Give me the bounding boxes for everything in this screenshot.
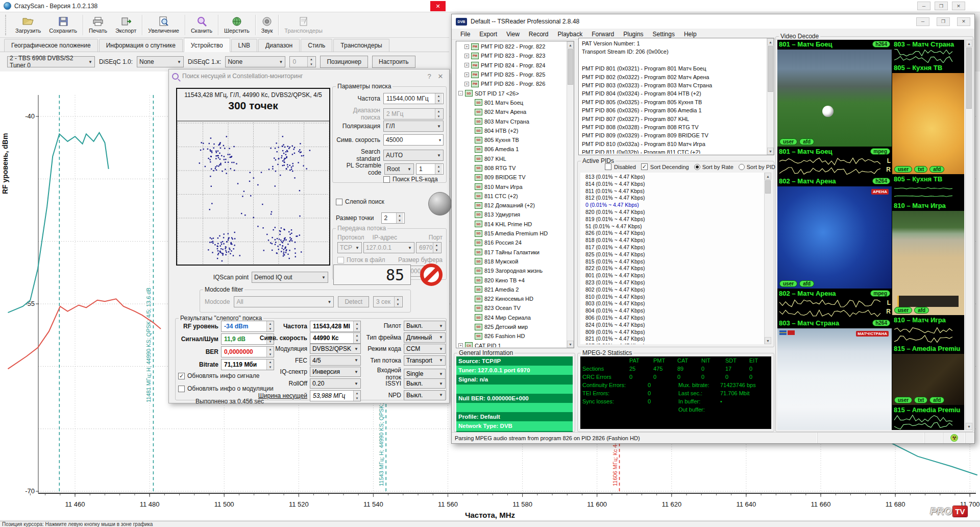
stop-icon[interactable] xyxy=(420,264,443,286)
tsreader-titlebar[interactable]: DVB Default -- TSReader Professional 2.8… xyxy=(452,14,974,29)
tree-item[interactable]: SD802 Матч Арена xyxy=(457,107,566,116)
result-value-select[interactable]: Длинный▼ xyxy=(404,332,446,343)
menu-export[interactable]: Export xyxy=(475,30,502,39)
tree-item[interactable]: SD825 Детский мир xyxy=(457,322,566,331)
pat-scrollbar[interactable]: ▲▼ xyxy=(767,38,774,155)
menu-forward[interactable]: Forward xyxy=(587,30,619,39)
result-value-select[interactable]: 4/5▼ xyxy=(310,355,361,366)
expand-icon[interactable]: + xyxy=(464,82,469,86)
video-tile[interactable]: 810 – Матч Играuserafd xyxy=(892,201,964,316)
tree-item[interactable]: SD808 RTG TV xyxy=(457,163,566,173)
position-stepper[interactable]: 0▲▼ xyxy=(289,56,316,67)
tree-item[interactable]: +PMPMT PID 824 - Progr. 824 xyxy=(457,61,566,70)
menu-playback[interactable]: Playback xyxy=(553,30,587,39)
up[interactable]: ▲ xyxy=(435,164,442,169)
port-stepper[interactable]: 6970▲▼ xyxy=(416,242,442,253)
toolbar-button-export[interactable]: Экспорт xyxy=(111,13,140,37)
result-value-select[interactable]: Выкл.▼ xyxy=(404,390,446,400)
pid-entry[interactable]: 814 (0.01% ~ 4.47 Kbps) xyxy=(580,181,763,188)
tree-item[interactable]: SD806 Amedia 1 xyxy=(457,145,566,154)
pid-entry[interactable]: 825 (0.01% ~ 4.47 Kbps) xyxy=(580,251,763,258)
constellation-dialog-titlebar[interactable]: Поиск несущей и Constellation-мониторинг… xyxy=(169,69,449,83)
pid-entry[interactable]: 804 (0.01% ~ 4.47 Kbps) xyxy=(580,307,763,315)
result-value-select[interactable]: Выкл.▼ xyxy=(404,378,446,389)
result-value-select[interactable]: 0.20▼ xyxy=(310,378,361,389)
video-tile[interactable]: 805 – Кухня ТВusertxtafd xyxy=(892,63,964,175)
menu-file[interactable]: File xyxy=(456,30,475,39)
tree-item[interactable]: SD811 СТС (+2) xyxy=(457,191,566,201)
expand-icon[interactable]: + xyxy=(464,44,469,49)
result-value-select[interactable]: Transport▼ xyxy=(404,355,446,366)
audio-tile[interactable]: 802 – Матч АренаmpegLR xyxy=(777,289,892,319)
dn[interactable]: ▼ xyxy=(354,338,360,343)
polarization-select[interactable]: Г/Л▼ xyxy=(383,121,444,132)
toolbar-drag-handle[interactable] xyxy=(5,15,7,35)
pid-entry[interactable]: 824 (0.01% ~ 4.47 Kbps) xyxy=(580,322,763,329)
pid-entry[interactable]: 820 (0.01% ~ 4.47 Kbps) xyxy=(580,209,763,216)
menu-plugins[interactable]: Plugins xyxy=(619,30,648,39)
diseqc1x-select[interactable]: None▼ xyxy=(225,56,285,67)
pid-entry[interactable]: 812 (0.01% ~ 4.47 Kbps) xyxy=(580,195,763,202)
result-value-stepper[interactable]: 11543,428 МІ▲▼ xyxy=(310,321,361,332)
pid-entry[interactable]: 815 (0.01% ~ 4.47 Kbps) xyxy=(580,258,763,266)
tree-item[interactable]: SD810 Матч Игра xyxy=(457,182,566,191)
modcode-select[interactable]: All▼ xyxy=(234,296,334,307)
spin-arrows[interactable]: ▲▼ xyxy=(353,391,360,401)
pid-entry[interactable]: 802 (0.01% ~ 4.47 Kbps) xyxy=(580,286,763,294)
configure-button[interactable]: Настроить xyxy=(372,56,415,68)
tree-item[interactable]: +CACAT PID 1 xyxy=(457,341,566,348)
pid-tree-panel[interactable]: +PMPMT PID 822 - Progr. 822+PMPMT PID 82… xyxy=(456,41,574,348)
video-tile[interactable]: 801 – Матч Боецh264userafd xyxy=(777,40,892,147)
toolbar-button-printer[interactable]: Печать xyxy=(85,13,111,37)
tuner-select[interactable]: 2 - TBS 6908 DVBS/S2 Tuner 0▼ xyxy=(7,56,95,67)
tree-item[interactable]: SD813 Удмуртия xyxy=(457,210,566,219)
pid-entry[interactable]: 807 (0.01% ~ 4.47 Kbps) xyxy=(580,343,763,344)
dialog-help-button[interactable]: ? xyxy=(424,73,435,80)
pid-entry[interactable]: 822 (0.01% ~ 4.47 Kbps) xyxy=(580,265,763,272)
expand-icon[interactable]: + xyxy=(464,73,469,77)
up[interactable]: ▲ xyxy=(354,391,360,396)
menu-record[interactable]: Record xyxy=(524,30,553,39)
pid-entry[interactable]: 817 (0.01% ~ 4.47 Kbps) xyxy=(580,244,763,251)
tree-item[interactable]: SD826 Fashion HD xyxy=(457,331,566,341)
spin-arrows[interactable]: ▲▼ xyxy=(353,321,360,331)
pls-search-checkbox[interactable] xyxy=(383,176,390,183)
up[interactable]: ▲ xyxy=(435,93,442,99)
frequency-stepper[interactable]: 11544,000 МГц▲▼ xyxy=(383,93,444,104)
dn[interactable]: ▼ xyxy=(354,396,360,401)
pid-entry[interactable]: 809 (0.01% ~ 4.47 Kbps) xyxy=(580,329,763,336)
pl-scramble-value-stepper[interactable]: 1▲▼ xyxy=(416,163,444,175)
pid-entry[interactable]: 818 (0.01% ~ 4.47 Kbps) xyxy=(580,237,763,244)
protocol-select[interactable]: TCP▼ xyxy=(337,242,362,253)
result-value-stepper[interactable]: 53,988 МГц▲▼ xyxy=(310,390,361,401)
spin-arrows[interactable]: ▲▼ xyxy=(435,164,442,174)
maximize-button[interactable]: ❐ xyxy=(935,2,948,10)
dn[interactable]: ▼ xyxy=(354,326,360,331)
menu-view[interactable]: View xyxy=(502,30,524,39)
tsreader-close-button[interactable]: ✕ xyxy=(957,17,970,26)
pat-info-panel[interactable]: PAT Version Number: 1Transport Stream ID… xyxy=(578,38,774,155)
pid-entry[interactable]: 823 (0.01% ~ 4.47 Kbps) xyxy=(580,279,763,286)
pl-scramble-mode-select[interactable]: Root▼ xyxy=(384,163,414,175)
tree-item[interactable]: +PMPMT PID 825 - Progr. 825 xyxy=(457,70,566,79)
minimize-button[interactable]: ─ xyxy=(917,2,930,10)
tree-item[interactable]: SD807 KHL xyxy=(457,154,566,163)
dn[interactable]: ▼ xyxy=(435,99,442,104)
update-modulation-info-checkbox[interactable] xyxy=(178,386,185,392)
tree-item[interactable]: +PMPMT PID 823 - Progr. 823 xyxy=(457,51,566,60)
tree-item[interactable]: SD814 KHL Prime HD xyxy=(457,220,566,229)
blind-search-checkbox[interactable] xyxy=(336,199,342,205)
tree-item[interactable]: SD821 Amedia 2 xyxy=(457,285,566,294)
pid-entry[interactable]: 811 (0.01% ~ 4.47 Kbps) xyxy=(580,188,763,195)
tree-item[interactable]: SD809 BRIDGE TV xyxy=(457,173,566,182)
pids-scrollbar[interactable]: ▲▼ xyxy=(764,173,771,344)
tree-item[interactable]: +PMPMT PID 822 - Progr. 822 xyxy=(457,42,566,51)
dn[interactable]: ▼ xyxy=(435,169,442,174)
toolbar-button-save[interactable]: Сохранить xyxy=(45,13,81,37)
symbol-rate-select[interactable]: 45000▾ xyxy=(383,134,444,146)
stream-to-file-checkbox[interactable] xyxy=(337,257,344,264)
audio-tile[interactable]: 805 – Кухня ТВ xyxy=(892,175,964,201)
spin-arrows[interactable]: ▲▼ xyxy=(353,333,360,343)
tree-item[interactable]: SD815 Amedia Premium HD xyxy=(457,229,566,238)
pid-entry[interactable]: 813 (0.01% ~ 4.47 Kbps) xyxy=(580,174,763,181)
